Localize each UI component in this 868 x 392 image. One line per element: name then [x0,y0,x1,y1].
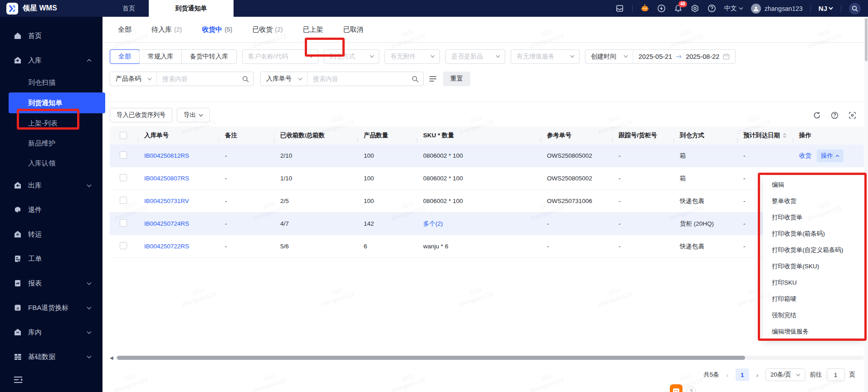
global-search-icon[interactable] [849,3,861,15]
notification-bell-icon[interactable]: 48 [674,4,683,13]
inbound-no-link[interactable]: IB004250731RV [138,198,219,204]
menu-item-edit[interactable]: 编辑 [763,177,865,193]
sidebar-item-arrival-scan[interactable]: 到仓扫描 [0,73,102,92]
inbound-no-link[interactable]: IB004250812RS [138,152,219,159]
tab-receiving[interactable]: 收货中(5) [202,25,232,34]
tab-all[interactable]: 全部 [118,25,132,34]
row-checkbox[interactable] [120,151,127,159]
menu-item-print-receipt-sku[interactable]: 打印收货单(SKU) [763,258,865,275]
date-range-picker[interactable]: 2025-05-21 2025-08-22 [633,53,735,60]
robot-assistant-icon[interactable] [640,4,649,13]
sidebar-item-work-order[interactable]: 工单 [0,247,102,271]
menu-item-edit-value-added-service[interactable]: 编辑增值服务 [763,324,865,340]
row-actions-dropdown-open[interactable]: 操作 [817,150,844,162]
inbound-no-link[interactable]: IB004250722RS [138,243,219,250]
scrollbar-track[interactable] [115,356,864,360]
column-settings-icon[interactable] [848,111,856,119]
language-switcher[interactable]: 中文 [724,5,743,13]
row-checkbox[interactable] [120,174,127,181]
row-checkbox[interactable] [120,219,127,227]
scrollbar-thumb[interactable] [865,18,868,61]
tab-pending-inbound[interactable]: 待入库(2) [151,25,182,34]
menu-item-print-receipt-custom-box-barcode[interactable]: 打印收货单(自定义箱条码) [763,242,865,258]
menu-item-print-receipt[interactable]: 打印收货单 [763,209,865,226]
scroll-left-arrow[interactable]: ◀ [110,355,115,360]
tab-shelved[interactable]: 已上架 [302,25,323,34]
customer-select[interactable]: 客户名称/代码 [242,49,318,64]
product-barcode-field-select[interactable]: 产品条码 [110,75,156,83]
new-product-select[interactable]: 是否是新品 [445,49,505,64]
import-received-serial-button[interactable]: 导入已收货序列号 [110,108,172,122]
col-header-inbound-no[interactable]: 入库单号 [138,131,219,140]
select-all-checkbox[interactable] [120,132,127,139]
inbound-no-field-select[interactable]: 入库单号 [261,75,307,83]
row-checkbox[interactable] [120,197,127,204]
table-help-icon[interactable] [831,111,839,119]
type-stock-transfer-button[interactable]: 备货中转入库 [181,50,236,63]
sidebar-item-shelving-list[interactable]: 上架-列表 [0,113,102,133]
scrollbar-thumb[interactable] [117,356,745,360]
sidebar-item-base-data[interactable]: 基础数据 [0,344,102,369]
menu-item-print-box-mark[interactable]: 打印箱唛 [763,291,865,307]
download-center-icon[interactable] [657,4,666,13]
sidebar-item-inbound-claim[interactable]: 入库认领 [0,153,102,173]
page-number-button[interactable]: 1 [736,368,749,381]
topnav-tab-home[interactable]: 首页 [109,0,149,17]
sidebar-item-in-warehouse[interactable]: 库内 [0,320,102,344]
col-header-boxes[interactable]: 已收箱数/总箱数 [274,131,357,140]
table-row[interactable]: IB004250731RV - 2/5 100 0806002 * 100 OW… [110,190,864,213]
col-header-remark[interactable]: 备注 [219,131,274,140]
page-size-select[interactable]: 20条/页 [766,368,805,381]
col-header-ref-no[interactable]: 参考单号 [541,131,612,140]
sidebar-item-inbound[interactable]: 入库 [0,48,102,73]
row-checkbox[interactable] [120,242,127,249]
sidebar-item-outbound[interactable]: 出库 [0,173,102,198]
vertical-scrollbar[interactable] [864,17,868,392]
col-header-arrival-method[interactable]: 到仓方式 [673,131,737,140]
sidebar-item-home[interactable]: 首页 [0,24,102,48]
table-row[interactable]: IB004250722RS - 5/6 6 wanju * 6 - - 快递包裹… [110,235,864,258]
search-icon[interactable] [412,76,423,82]
table-row[interactable]: IB004250812RS - 2/10 100 0806002 * 100 O… [110,145,864,167]
product-barcode-search-input[interactable] [157,75,242,82]
inbound-no-link[interactable]: IB004250724RS [138,220,219,227]
search-icon[interactable] [242,76,254,82]
warehouse-switcher[interactable]: NJ [819,5,833,12]
sort-icon[interactable] [783,133,786,138]
reset-button[interactable]: 重置 [443,72,470,86]
menu-item-print-receipt-box-barcode[interactable]: 打印收货单(箱条码) [763,226,865,242]
value-added-service-select[interactable]: 有无增值服务 [511,49,580,64]
sku-multiple-link[interactable]: 多个(2) [417,220,541,228]
help-icon[interactable] [707,4,717,13]
sidebar-item-arrival-notice[interactable]: 到货通知单 [9,92,105,113]
export-button[interactable]: 导出 [177,108,210,122]
col-header-sku[interactable]: SKU * 数量 [417,131,541,140]
user-menu[interactable]: zhangsan123 [751,4,803,14]
sidebar-item-new-product[interactable]: 新品维护 [0,133,102,153]
col-header-qty[interactable]: 产品数量 [357,131,417,140]
settings-icon[interactable] [691,4,700,13]
menu-item-force-complete[interactable]: 强制完结 [763,307,865,324]
date-type-select[interactable]: 创建时间 [585,53,633,61]
next-page-button[interactable]: › [754,371,761,379]
goto-page-input[interactable] [827,368,845,381]
col-header-eta[interactable]: 预计到达日期 [737,131,793,140]
type-all-button[interactable]: 全部 [110,49,140,64]
receive-button[interactable]: 收货 [799,152,811,160]
inbox-icon[interactable] [615,4,624,13]
tab-cancelled[interactable]: 已取消 [343,25,363,34]
menu-item-receive-whole-order[interactable]: 整单收货 [763,193,865,209]
prev-page-button[interactable]: ‹ [724,371,731,379]
table-row[interactable]: IB004250807RS - 1/10 100 0806002 * 100 O… [110,167,864,190]
customer-service-widget-icon[interactable] [670,384,683,392]
type-regular-button[interactable]: 常规入库 [139,50,181,63]
inbound-no-search-input[interactable] [307,75,412,82]
inbound-no-link[interactable]: IB004250807RS [138,175,219,182]
horizontal-scrollbar[interactable]: ◀ [110,355,864,360]
sidebar-collapse-button[interactable] [0,370,102,390]
menu-item-print-sku[interactable]: 打印SKU [763,275,865,291]
sidebar-item-fba-relabel[interactable]: a FBA退货换标 [0,295,102,320]
tab-received[interactable]: 已收货(2) [252,25,283,34]
refresh-icon[interactable] [813,111,821,119]
attachment-select[interactable]: 有无附件 [385,49,440,64]
